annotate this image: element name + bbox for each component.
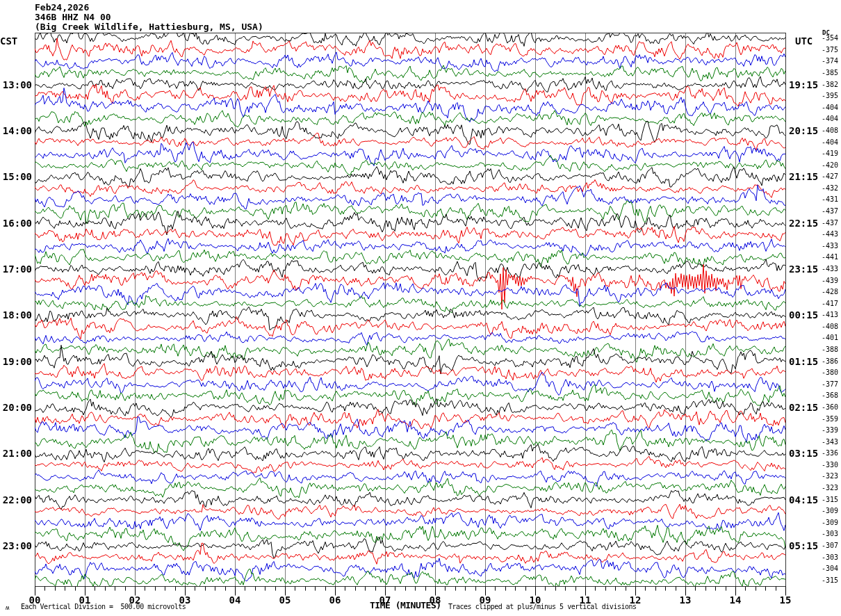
dc-offset-value: -307 [822,542,838,549]
utc-hour-label: 23:15 [789,264,818,275]
x-tick-label: 07 [377,594,393,606]
dc-offset-value: -413 [822,311,838,318]
cst-hour-label: 22:00 [0,494,32,505]
dc-offset-value: -404 [822,104,838,111]
dc-offset-value: -330 [822,461,838,469]
cst-hour-label: 17:00 [0,264,32,275]
right-timezone-label: UTC [795,35,813,47]
dc-offset-value: -385 [822,69,838,76]
dc-offset-value: -441 [822,253,838,261]
dc-offset-value: -433 [822,265,838,273]
utc-hour-label: 19:15 [789,79,818,90]
dc-offset-value: -359 [822,415,838,423]
utc-hour-label: 04:15 [789,494,818,505]
dc-offset-value: -408 [822,127,838,134]
dc-offset-value: -417 [822,300,838,307]
dc-offset-value: -303 [822,530,838,537]
dc-offset-value: -309 [822,507,838,514]
x-tick-label: 02 [126,594,143,606]
cst-hour-label: 19:00 [0,356,32,367]
x-tick-label: 04 [227,594,243,606]
scale-note: Each Vertical Division = 500.00 microvol… [21,603,186,610]
dc-offset-value: -420 [822,161,838,169]
dc-offset-value: -395 [822,92,838,99]
utc-hour-label: 22:15 [789,218,818,229]
header-date: Feb24,2026 [35,2,89,13]
watermark-glyph: ʍ [6,604,9,611]
x-tick-label: 03 [177,594,193,606]
x-tick-label: 00 [26,594,43,606]
cst-hour-label: 13:00 [0,79,32,90]
dc-offset-value: -343 [822,438,838,446]
utc-hour-label: 05:15 [789,540,818,551]
dc-offset-value: -354 [822,34,838,42]
dc-offset-value: -368 [822,391,838,399]
dc-offset-value: -382 [822,81,838,88]
utc-hour-label: 03:15 [789,448,818,459]
header-station: 346B HHZ N4 00 [35,12,111,22]
cst-hour-label: 16:00 [0,218,32,229]
x-tick-label: 13 [677,594,694,606]
utc-hour-label: 01:15 [789,356,818,367]
x-tick-label: 15 [777,594,794,606]
utc-hour-label: 00:15 [789,309,818,321]
cst-hour-label: 23:00 [0,540,32,551]
x-tick-label: 10 [527,594,544,606]
cst-hour-label: 15:00 [0,171,32,182]
dc-offset-value: -427 [822,172,838,180]
dc-offset-value: -380 [822,368,838,376]
cst-hour-label: 18:00 [0,309,32,321]
dc-offset-value: -404 [822,115,838,122]
dc-offset-value: -388 [822,346,838,353]
header-location: (Big Creek Wildlife, Hattiesburg, MS, US… [35,22,263,32]
dc-offset-value: -374 [822,57,838,65]
dc-offset-value: -401 [822,334,838,341]
cst-hour-label: 21:00 [0,448,32,459]
utc-hour-label: 02:15 [789,402,818,413]
helicorder-canvas [0,0,841,616]
dc-offset-value: -315 [822,576,838,584]
x-tick-label: 08 [427,594,443,606]
dc-offset-value: -443 [822,230,838,238]
cst-hour-label: 20:00 [0,402,32,413]
dc-offset-value: -419 [822,149,838,157]
dc-offset-value: -439 [822,277,838,284]
x-tick-label: 05 [277,594,293,606]
dc-offset-value: -408 [822,323,838,330]
dc-offset-value: -360 [822,403,838,411]
dc-offset-value: -437 [822,219,838,227]
dc-offset-value: -323 [822,472,838,480]
dc-offset-value: -437 [822,207,838,215]
x-tick-label: 09 [477,594,493,606]
dc-offset-value: -386 [822,357,838,365]
x-tick-label: 12 [627,594,644,606]
x-tick-label: 14 [727,594,744,606]
dc-offset-value: -339 [822,426,838,434]
helicorder-page: Feb24,2026 346B HHZ N4 00 (Big Creek Wil… [0,0,841,616]
utc-hour-label: 21:15 [789,171,818,182]
dc-offset-value: -404 [822,138,838,146]
x-tick-label: 06 [327,594,343,606]
dc-offset-value: -323 [822,484,838,492]
dc-offset-value: -375 [822,46,838,54]
dc-offset-value: -315 [822,496,838,503]
dc-offset-value: -377 [822,380,838,388]
dc-offset-value: -336 [822,449,838,457]
cst-hour-label: 14:00 [0,125,32,136]
dc-offset-value: -304 [822,565,838,572]
left-timezone-label: CST [0,35,17,47]
dc-offset-value: -432 [822,184,838,192]
x-tick-label: 01 [76,594,93,606]
x-tick-label: 11 [577,594,594,606]
dc-offset-value: -433 [822,242,838,250]
dc-offset-value: -428 [822,288,838,295]
dc-offset-value: -303 [822,553,838,561]
utc-hour-label: 20:15 [789,125,818,136]
dc-offset-value: -309 [822,519,838,526]
dc-offset-value: -431 [822,195,838,203]
